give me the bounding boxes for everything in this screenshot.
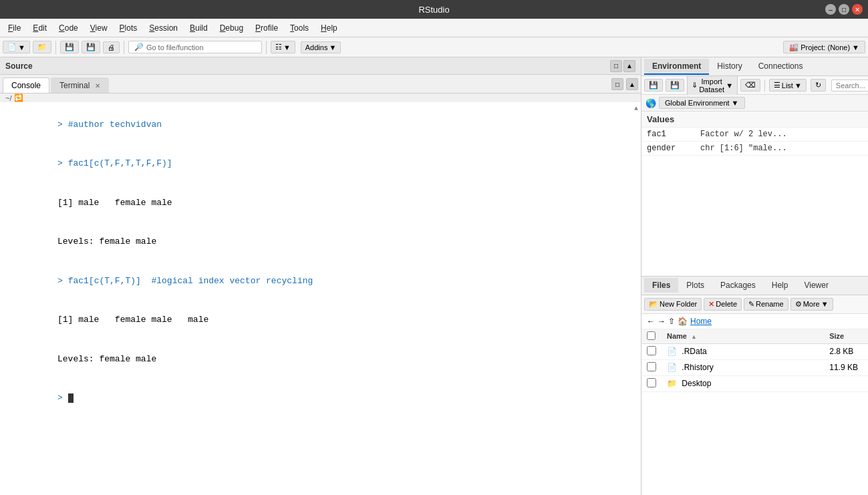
tab-help[interactable]: Help xyxy=(764,278,797,293)
more-button[interactable]: ⚙ More ▼ xyxy=(790,298,833,311)
back-icon[interactable]: ← xyxy=(647,317,655,326)
menu-code[interactable]: Code xyxy=(53,21,84,35)
tab-viewer[interactable]: Viewer xyxy=(796,278,836,293)
separator-2 xyxy=(124,41,124,54)
path-home-label[interactable]: Home xyxy=(690,317,712,326)
global-env-button[interactable]: Global Environment ▼ xyxy=(659,97,745,109)
source-collapse-button[interactable]: □ xyxy=(610,60,622,72)
menu-debug[interactable]: Debug xyxy=(214,21,249,35)
menu-build[interactable]: Build xyxy=(184,21,213,35)
new-script-button[interactable]: 📄▼ xyxy=(3,41,30,53)
forward-icon[interactable]: → xyxy=(658,317,666,326)
row-check-rdata[interactable] xyxy=(641,343,662,359)
menu-profile[interactable]: Profile xyxy=(250,21,283,35)
new-folder-button[interactable]: 📂 New Folder xyxy=(644,298,702,311)
app-title: RStudio xyxy=(418,5,449,15)
delete-icon: ✕ xyxy=(708,300,714,309)
menu-edit[interactable]: Edit xyxy=(27,21,52,35)
row-check-rhistory[interactable] xyxy=(641,359,662,375)
tab-environment[interactable]: Environment xyxy=(644,59,709,75)
tab-history[interactable]: History xyxy=(709,59,750,75)
console-line-4: Levels: female male xyxy=(5,222,635,262)
table-row: 📁 Desktop xyxy=(641,375,868,391)
toolbar: 📄▼ 📁 💾 💾 🖨 🔎 Go to file/function ☷▼ Addi… xyxy=(0,37,868,57)
home-icon: 🏠 xyxy=(678,317,688,326)
rdata-checkbox[interactable] xyxy=(647,346,656,355)
console-scroll-up[interactable]: ▲ xyxy=(634,105,638,112)
desktop-size-cell xyxy=(824,375,868,391)
global-env-arrow: ▼ xyxy=(732,99,739,107)
table-row: 📄 .Rhistory 11.9 KB xyxy=(641,359,868,375)
menu-view[interactable]: View xyxy=(85,21,113,35)
env-values-header: Values xyxy=(641,112,868,128)
env-row-gender[interactable]: gender chr [1:6] "male... xyxy=(641,142,868,156)
console-line-3: [1] male female male xyxy=(5,183,635,222)
up-icon[interactable]: ⇧ xyxy=(668,317,675,326)
source-label: Source xyxy=(5,61,33,71)
save-all-button[interactable]: 💾 xyxy=(82,41,100,53)
files-content: ← → ⇧ 🏠 Home … Name xyxy=(641,314,868,496)
env-save-button[interactable]: 💾 xyxy=(666,79,684,92)
tab-connections[interactable]: Connections xyxy=(750,59,811,75)
right-panel: Environment History Connections □ ▲ xyxy=(641,57,868,495)
env-gender-value: chr [1:6] "male... xyxy=(700,144,787,153)
env-row-fac1[interactable]: fac1 Factor w/ 2 lev... xyxy=(641,128,868,142)
open-project-button[interactable]: 📁 xyxy=(33,41,51,53)
clear-env-button[interactable]: ⌫ xyxy=(740,79,760,92)
source-expand-button[interactable]: ▲ xyxy=(623,60,635,72)
menu-plots[interactable]: Plots xyxy=(114,21,143,35)
console-line-2: > fac1[c(T,F,T,T,F,F)] xyxy=(5,144,635,184)
project-button[interactable]: 🏭 Project: (None) ▼ xyxy=(783,41,865,53)
go-to-file-bar[interactable]: 🔎 Go to file/function xyxy=(128,41,262,53)
minimize-button[interactable]: – xyxy=(825,4,836,15)
import-arrow-icon: ▼ xyxy=(726,81,733,90)
console-collapse-button[interactable]: □ xyxy=(611,78,623,90)
select-all-checkbox[interactable] xyxy=(647,331,656,340)
rename-button[interactable]: ✎ Rename xyxy=(744,298,788,311)
rhistory-checkbox[interactable] xyxy=(647,362,656,371)
name-column-header[interactable]: Name ▲ xyxy=(662,329,824,344)
console-expand-button[interactable]: ▲ xyxy=(626,78,638,90)
terminal-close-icon[interactable]: ✕ xyxy=(95,82,100,90)
row-check-desktop[interactable] xyxy=(641,375,662,391)
list-view-button[interactable]: ☰ List ▼ xyxy=(769,79,807,92)
project-arrow-icon: ▼ xyxy=(852,43,859,51)
maximize-button[interactable]: □ xyxy=(839,4,849,15)
delete-button[interactable]: ✕ Delete xyxy=(704,298,742,311)
rdata-size: 2.8 KB xyxy=(829,347,853,356)
source-bar: Source □ ▲ xyxy=(0,57,641,75)
rename-label: Rename xyxy=(756,300,784,308)
more-label: More xyxy=(803,300,820,308)
grid-button[interactable]: ☷▼ xyxy=(271,41,295,53)
global-env-bar: 🌎 Global Environment ▼ xyxy=(641,95,868,112)
project-label: Project: (None) xyxy=(801,43,850,51)
viewer-tab-label: Viewer xyxy=(804,281,828,290)
menu-file[interactable]: File xyxy=(3,21,26,35)
menu-tools[interactable]: Tools xyxy=(285,21,314,35)
tab-terminal[interactable]: Terminal ✕ xyxy=(51,77,109,93)
rhistory-name-cell[interactable]: 📄 .Rhistory xyxy=(662,359,824,375)
print-button[interactable]: 🖨 xyxy=(103,41,120,53)
save-button[interactable]: 💾 xyxy=(60,41,79,53)
tab-files[interactable]: Files xyxy=(644,278,678,293)
import-dataset-button[interactable]: ⇓ Import Dataset ▼ xyxy=(687,75,738,96)
size-column-header[interactable]: Size xyxy=(824,329,868,344)
rdata-name-cell[interactable]: 📄 .RData xyxy=(662,343,824,359)
env-search-input[interactable] xyxy=(831,79,868,92)
gear-icon: ⚙ xyxy=(795,300,802,309)
close-button[interactable]: ✕ xyxy=(852,4,863,15)
rhistory-filename: .Rhistory xyxy=(682,363,713,372)
tab-console[interactable]: Console xyxy=(3,77,49,93)
addins-button[interactable]: Addins ▼ xyxy=(301,41,341,53)
tab-plots[interactable]: Plots xyxy=(678,278,712,293)
desktop-checkbox[interactable] xyxy=(647,378,656,387)
env-refresh-button[interactable]: ↻ xyxy=(811,79,826,92)
import-icon: ⇓ xyxy=(692,81,698,90)
menu-help[interactable]: Help xyxy=(315,21,343,35)
tab-packages[interactable]: Packages xyxy=(712,278,764,293)
menu-session[interactable]: Session xyxy=(144,21,183,35)
files-toolbar: 📂 New Folder ✕ Delete ✎ Rename ⚙ More ▼ xyxy=(641,295,868,314)
env-load-button[interactable]: 💾 xyxy=(644,79,663,92)
desktop-name-cell[interactable]: 📁 Desktop xyxy=(662,375,824,391)
console-content[interactable]: ▲ > #author techvidvan > fac1[c(T,F,T,T,… xyxy=(0,102,641,495)
